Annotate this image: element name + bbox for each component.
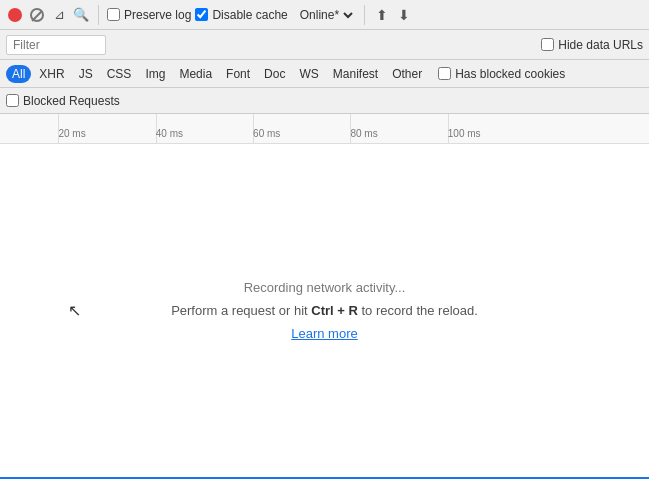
disable-cache-text: Disable cache — [212, 8, 287, 22]
stop-icon — [8, 8, 22, 22]
timeline-tick-60: 60 ms — [253, 128, 280, 139]
bottom-bar — [0, 477, 649, 503]
disable-cache-checkbox[interactable] — [195, 8, 208, 21]
preserve-log-text: Preserve log — [124, 8, 191, 22]
tab-all[interactable]: All — [6, 65, 31, 83]
bottom-search-input[interactable] — [4, 484, 645, 498]
has-blocked-cookies-text: Has blocked cookies — [455, 67, 565, 81]
filter-icon: ⊿ — [54, 7, 65, 22]
record-stop-button[interactable] — [6, 6, 24, 24]
download-icon: ⬇ — [398, 7, 410, 23]
preserve-log-label[interactable]: Preserve log — [107, 8, 191, 22]
learn-more-link[interactable]: Learn more — [291, 326, 357, 341]
tab-font[interactable]: Font — [220, 65, 256, 83]
has-blocked-cookies-label[interactable]: Has blocked cookies — [438, 67, 565, 81]
preserve-log-checkbox[interactable] — [107, 8, 120, 21]
search-button[interactable]: 🔍 — [72, 6, 90, 24]
search-icon: 🔍 — [73, 7, 89, 22]
filter-tabs-row: All XHR JS CSS Img Media Font Doc WS Man… — [0, 60, 649, 88]
hide-urls-label[interactable]: Hide data URLs — [541, 38, 643, 52]
import-button[interactable]: ⬆ — [373, 6, 391, 24]
export-button[interactable]: ⬇ — [395, 6, 413, 24]
recording-text: Recording network activity... — [244, 280, 406, 295]
timeline-tick-40: 40 ms — [156, 128, 183, 139]
ctrl-r-text: Ctrl + R — [311, 303, 358, 318]
toolbar-row1: ⊿ 🔍 Preserve log Disable cache Online* ⬆… — [0, 0, 649, 30]
perform-text: Perform a request or hit Ctrl + R to rec… — [171, 303, 478, 318]
clear-button[interactable] — [28, 6, 46, 24]
hide-urls-checkbox[interactable] — [541, 38, 554, 51]
tab-css[interactable]: CSS — [101, 65, 138, 83]
blocked-requests-row: Blocked Requests — [0, 88, 649, 114]
filter-input[interactable] — [6, 35, 106, 55]
tab-media[interactable]: Media — [173, 65, 218, 83]
upload-icon: ⬆ — [376, 7, 388, 23]
filter-icon-button[interactable]: ⊿ — [50, 6, 68, 24]
tab-manifest[interactable]: Manifest — [327, 65, 384, 83]
main-content: ↖ Recording network activity... Perform … — [0, 144, 649, 477]
tab-js[interactable]: JS — [73, 65, 99, 83]
disable-cache-label[interactable]: Disable cache — [195, 8, 287, 22]
hide-urls-text: Hide data URLs — [558, 38, 643, 52]
tab-other[interactable]: Other — [386, 65, 428, 83]
separator2 — [364, 5, 365, 25]
ban-icon — [30, 8, 44, 22]
timeline-tick-100: 100 ms — [448, 128, 481, 139]
timeline-header: 20 ms 40 ms 60 ms 80 ms 100 ms — [0, 114, 649, 144]
tab-img[interactable]: Img — [139, 65, 171, 83]
toolbar-row2: Hide data URLs — [0, 30, 649, 60]
timeline-tick-80: 80 ms — [350, 128, 377, 139]
blocked-requests-text: Blocked Requests — [23, 94, 120, 108]
has-blocked-cookies-checkbox[interactable] — [438, 67, 451, 80]
tab-ws[interactable]: WS — [293, 65, 324, 83]
throttle-select[interactable]: Online* — [296, 7, 356, 23]
blocked-requests-label[interactable]: Blocked Requests — [6, 94, 120, 108]
blocked-requests-checkbox[interactable] — [6, 94, 19, 107]
cursor-icon: ↖ — [68, 301, 81, 320]
tab-doc[interactable]: Doc — [258, 65, 291, 83]
separator1 — [98, 5, 99, 25]
timeline-tick-20: 20 ms — [58, 128, 85, 139]
tab-xhr[interactable]: XHR — [33, 65, 70, 83]
perform-after: to record the reload. — [358, 303, 478, 318]
perform-before: Perform a request or hit — [171, 303, 311, 318]
online-select-wrapper: Online* — [296, 7, 356, 23]
